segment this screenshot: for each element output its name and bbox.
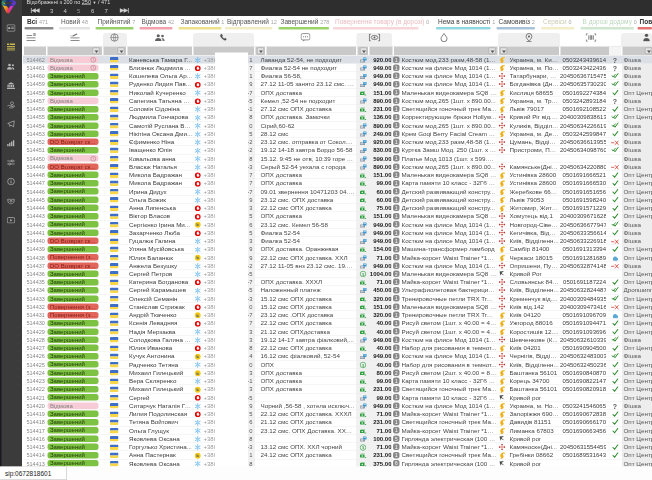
svg-text:lc: lc bbox=[196, 223, 199, 227]
svg-text:$: $ bbox=[362, 272, 365, 277]
svg-text:lc: lc bbox=[196, 388, 199, 392]
svg-text:$: $ bbox=[362, 445, 365, 450]
svg-text:lc: lc bbox=[196, 371, 199, 375]
svg-text:lc: lc bbox=[196, 314, 199, 318]
svg-text:lc: lc bbox=[196, 454, 199, 458]
svg-text:lc: lc bbox=[196, 355, 199, 359]
svg-text:$: $ bbox=[362, 362, 365, 367]
svg-text:lc: lc bbox=[196, 256, 199, 260]
svg-text:ID: ID bbox=[33, 33, 36, 37]
